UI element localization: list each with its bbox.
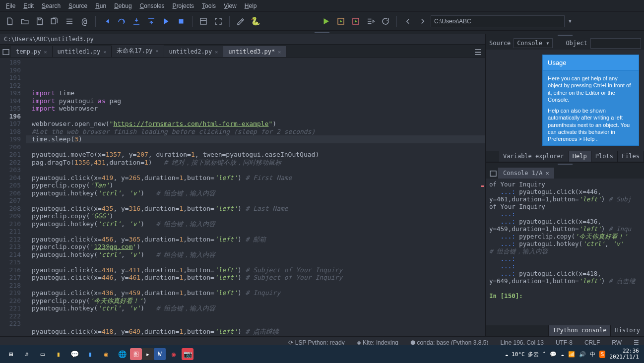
terminal-icon[interactable]: ▸ [142,348,154,360]
netease-icon[interactable]: ◉ [166,346,182,362]
close-icon[interactable]: ✕ [215,49,218,55]
debug-stepin-button[interactable] [129,14,143,28]
open-file-button[interactable] [18,14,32,28]
new-file-button[interactable] [3,14,17,28]
windows-taskbar: ⊞ ⌕ ▭ ▮ 💬 ▮ ◉ 🌐 图 ▸ W ◉ 📷 ☁ 10°C 多云 ˄ 💬 … [0,345,644,363]
tab-17py[interactable]: 未命名17.py✕ [112,45,164,57]
app-orange-icon[interactable]: ◉ [98,346,114,362]
nav-back-button[interactable] [401,14,415,28]
close-icon[interactable]: ✕ [278,49,281,55]
console-browse-button[interactable] [488,169,498,179]
tab-temppy[interactable]: temp.py✕ [11,46,53,57]
run-cell-advance-button[interactable] [349,14,363,28]
working-dir-input[interactable] [431,15,565,27]
app-blue-icon[interactable]: ▮ [82,346,98,362]
run-button[interactable] [319,14,333,28]
start-button[interactable]: ⊞ [3,346,19,362]
close-icon[interactable]: ✕ [44,49,47,55]
help-tabs: Variable explorerHelpPlotsFiles [486,151,644,162]
debug-stop-button[interactable] [174,14,188,28]
usage-text-1: Here you can get help of any object by p… [548,75,634,103]
pane-tab-files[interactable]: Files [618,151,644,162]
close-icon[interactable]: ✕ [155,48,158,54]
fullscreen-button[interactable] [211,14,225,28]
taskview-button[interactable]: ▭ [35,346,51,362]
editor-tabs: temp.py✕untitled1.py✕未命名17.py✕untitled2.… [0,45,485,58]
save-all-button[interactable] [48,14,62,28]
svg-rect-1 [200,18,206,24]
search-button[interactable]: ⌕ [19,346,35,362]
menu-debug[interactable]: Debug [110,1,135,10]
tab-untitled2py[interactable]: untitled2.py✕ [164,46,224,57]
wechat-icon[interactable]: 💬 [66,346,82,362]
tray-expand-icon[interactable]: ˄ [543,351,546,358]
menu-run[interactable]: Run [91,1,110,10]
explorer-icon[interactable]: ▮ [51,346,66,362]
source-combo[interactable]: Console ▾ [514,38,553,48]
tray-cloud-icon[interactable]: ☁ [561,351,564,358]
weather-widget[interactable]: ☁ 10°C 多云 [505,351,539,358]
tray-wechat-icon[interactable]: 💬 [550,351,557,358]
console-tab[interactable]: Console 1/A✕ [498,168,554,179]
debug-stepout-button[interactable] [144,14,158,28]
pane-tab-plots[interactable]: Plots [591,151,618,162]
debug-step-button[interactable] [100,14,114,28]
debug-continue-button[interactable] [159,14,173,28]
nav-forward-button[interactable] [416,14,430,28]
menu-view[interactable]: View [220,1,241,10]
console-output[interactable]: of Your Inquiry ...: pyautogui.click(x=4… [486,179,644,325]
close-icon[interactable]: ✕ [103,49,106,55]
tab-untitled1py[interactable]: untitled1.py✕ [53,46,112,57]
usage-card: Usage Here you can get help of any objec… [542,55,639,146]
word-icon[interactable]: W [154,348,166,360]
chrome-icon[interactable]: 🌐 [114,346,130,362]
tray-volume-icon[interactable]: 🔊 [579,351,586,358]
bottom-tab-history[interactable]: History [610,325,644,336]
console-pane-tabs: IPython consoleHistory [486,325,644,336]
run-selection-button[interactable] [364,14,378,28]
svg-rect-0 [179,19,184,23]
run-cell-button[interactable] [334,14,348,28]
menu-edit[interactable]: Edit [19,1,38,10]
bottom-tab-ipython-console[interactable]: IPython console [548,325,610,336]
usage-text-2: Help can also be shown automatically aft… [548,107,634,142]
object-label: Object [566,40,587,47]
list-button[interactable] [63,14,76,28]
menu-search[interactable]: Search [38,1,64,10]
app-red-icon[interactable]: 图 [130,348,142,360]
clock[interactable]: 22:36 2021/11/1 [609,348,641,360]
rerun-button[interactable] [379,14,392,28]
line-gutter: 1891901911921931941951961971981992002012… [0,58,26,336]
tab-untitled3py[interactable]: untitled3.py*✕ [223,46,286,57]
tray-sogou-icon[interactable]: S [599,351,606,358]
menu-help[interactable]: Help [241,1,261,10]
menu-file[interactable]: File [2,1,19,10]
editor-pane: C:\Users\ABC\untitled3.py temp.py✕untitl… [0,34,486,336]
pane-tab-help[interactable]: Help [569,151,591,162]
window-layout-button[interactable] [196,14,210,28]
camera-icon[interactable]: 📷 [182,348,193,360]
save-button[interactable] [33,14,47,28]
toolbar: @ 🐍 ▾ [0,12,644,31]
file-path-bar: C:\Users\ABC\untitled3.py [0,34,485,45]
menu-consoles[interactable]: Consoles [136,1,169,10]
object-input[interactable] [590,38,641,49]
usage-title: Usage [543,55,639,71]
pane-tab-variable-explorer[interactable]: Variable explorer [499,151,569,162]
menu-source[interactable]: Source [64,1,91,10]
source-label: Source [489,40,511,47]
browse-dir-button[interactable]: ▾ [566,14,575,28]
code-area[interactable]: import timeimport pyautogui as pagimport… [26,58,485,336]
tray-network-icon[interactable]: 📶 [568,351,575,358]
python-path-button[interactable]: 🐍 [249,14,262,28]
browse-tabs-button[interactable] [1,47,11,57]
tabs-menu-button[interactable]: ☰ [474,48,481,57]
at-button[interactable]: @ [77,14,91,28]
svg-rect-5 [490,171,496,177]
close-icon[interactable]: ✕ [545,170,549,177]
tray-ime-icon[interactable]: 中 [590,351,595,358]
menu-projects[interactable]: Projects [169,1,198,10]
preferences-button[interactable] [234,14,248,28]
debug-stepover-button[interactable] [115,14,129,28]
menu-tools[interactable]: Tools [198,1,220,10]
